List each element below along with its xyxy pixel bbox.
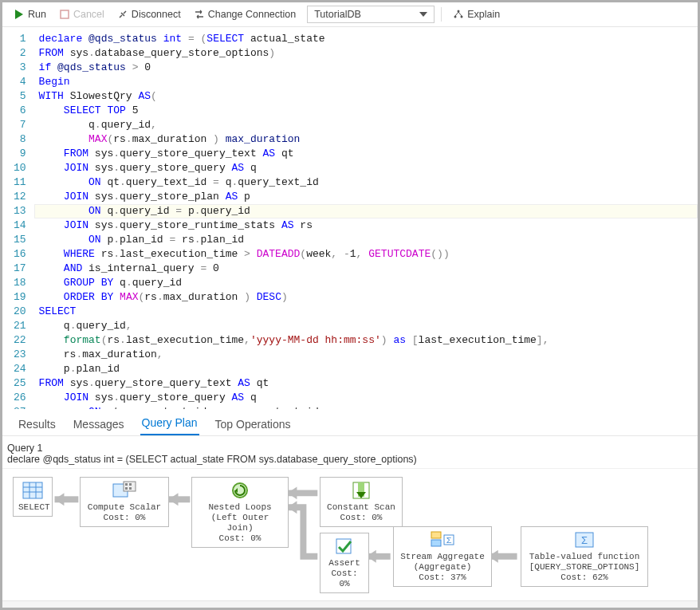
code-editor[interactable]: 1 2 3 4 5 6 7 8 9 10 11 12 13 14 15 16 1… <box>2 27 698 409</box>
tab-messages[interactable]: Messages <box>72 413 126 435</box>
plan-node-constant-scan[interactable]: Constant Scan Cost: 0% <box>320 477 403 527</box>
stream-aggregate-icon: Σ <box>431 530 454 549</box>
code-line[interactable]: SELECT <box>34 305 698 319</box>
tab-results[interactable]: Results <box>17 413 57 435</box>
code-line[interactable]: FROM sys.query_store_query_text AS qt <box>34 376 698 391</box>
change-connection-button[interactable]: Change Connection <box>189 7 301 22</box>
code-line[interactable]: FROM sys.query_store_query_text AS qt <box>34 147 698 161</box>
svg-rect-1 <box>61 10 69 18</box>
explain-button[interactable]: Explain <box>448 7 505 22</box>
plan-node-table-valued-function[interactable]: Σ Table-valued function [QUERY_STORE_OPT… <box>521 526 648 587</box>
query-title: Query 1 <box>7 443 693 454</box>
separator <box>441 7 442 22</box>
svg-marker-0 <box>15 10 23 19</box>
disconnect-button[interactable]: Disconnect <box>112 7 186 22</box>
stop-icon <box>59 9 70 20</box>
code-line[interactable]: ON qt.query_text_id = q.query_text_id <box>34 405 698 409</box>
plan-node-nested-loops[interactable]: Nested Loops (Left Outer Join) Cost: 0% <box>191 477 289 548</box>
svg-marker-8 <box>169 493 179 506</box>
svg-text:Σ: Σ <box>446 536 452 545</box>
tab-top-operations[interactable]: Top Operations <box>214 413 293 435</box>
code-line[interactable]: declare @qds_status int = (SELECT actual… <box>34 32 698 46</box>
code-line[interactable]: MAX(rs.max_duration ) max_duration <box>34 132 698 147</box>
code-line[interactable]: GROUP BY q.query_id <box>34 276 698 290</box>
code-line[interactable]: AND is_internal_query = 0 <box>34 262 698 276</box>
nested-loops-icon <box>229 481 251 500</box>
disconnect-label: Disconnect <box>132 9 181 20</box>
code-line[interactable]: WHERE rs.last_execution_time > DATEADD(w… <box>34 247 698 262</box>
result-tabs: Results Messages Query Plan Top Operatio… <box>2 409 698 436</box>
plan-node-compute-scalar[interactable]: Compute Scalar Cost: 0% <box>80 477 169 527</box>
footer-bar <box>2 600 698 608</box>
play-icon <box>14 9 25 20</box>
change-connection-icon <box>194 9 205 20</box>
svg-rect-33 <box>431 532 441 538</box>
code-line[interactable]: rs.max_duration, <box>34 348 698 362</box>
explain-icon <box>453 9 464 20</box>
code-line[interactable]: WITH SlowestQry AS( <box>34 89 698 104</box>
code-line[interactable]: q.query_id, <box>34 118 698 132</box>
database-selected: TutorialDB <box>314 9 361 20</box>
cancel-label: Cancel <box>73 9 104 20</box>
svg-marker-11 <box>288 501 297 514</box>
code-line[interactable]: if @qds_status > 0 <box>34 61 698 75</box>
code-line[interactable]: JOIN sys.query_store_query AS q <box>34 391 698 405</box>
svg-rect-24 <box>129 483 132 486</box>
cancel-button: Cancel <box>54 7 109 22</box>
run-button[interactable]: Run <box>9 7 51 22</box>
code-line[interactable]: JOIN sys.query_store_query AS q <box>34 161 698 175</box>
explain-label: Explain <box>467 9 500 20</box>
plan-node-assert[interactable]: Assert Cost: 0% <box>320 533 369 593</box>
svg-rect-26 <box>129 487 132 490</box>
code-content[interactable]: declare @qds_status int = (SELECT actual… <box>34 27 698 409</box>
svg-rect-25 <box>125 487 128 490</box>
plan-node-stream-aggregate[interactable]: Σ Stream Aggregate (Aggregate) Cost: 37% <box>393 526 492 587</box>
constant-scan-icon <box>350 481 372 500</box>
code-line[interactable]: JOIN sys.query_store_runtime_stats AS rs <box>34 218 698 233</box>
code-line[interactable]: ON q.query_id = p.query_id <box>34 204 698 218</box>
code-line[interactable]: p.plan_id <box>34 362 698 376</box>
svg-rect-23 <box>125 483 128 486</box>
query-text: declare @qds_status int = (SELECT actual… <box>7 454 693 465</box>
svg-rect-22 <box>124 482 136 491</box>
tvf-icon: Σ <box>573 530 596 549</box>
code-line[interactable]: ON qt.query_text_id = q.query_text_id <box>34 175 698 190</box>
code-line[interactable]: Begin <box>34 75 698 89</box>
disconnect-icon <box>117 9 128 20</box>
code-line[interactable]: FROM sys.database_query_store_options) <box>34 46 698 61</box>
query-header: Query 1 declare @qds_status int = (SELEC… <box>2 436 698 469</box>
code-line[interactable]: ON p.plan_id = rs.plan_id <box>34 233 698 247</box>
code-line[interactable]: q.query_id, <box>34 319 698 333</box>
svg-text:Σ: Σ <box>581 535 588 547</box>
assert-icon <box>333 537 356 556</box>
code-line[interactable]: JOIN sys.query_store_plan AS p <box>34 190 698 204</box>
plan-node-select[interactable]: SELECT <box>13 477 53 517</box>
svg-marker-10 <box>288 486 297 499</box>
select-icon <box>22 481 44 500</box>
change-connection-label: Change Connection <box>208 9 297 20</box>
tab-query-plan[interactable]: Query Plan <box>140 411 199 435</box>
svg-rect-34 <box>431 540 441 546</box>
code-line[interactable]: ORDER BY MAX(rs.max_duration ) DESC) <box>34 290 698 305</box>
run-label: Run <box>28 9 46 20</box>
compute-scalar-icon <box>112 481 136 500</box>
toolbar: Run Cancel Disconnect Change Connection … <box>2 2 698 27</box>
svg-marker-6 <box>55 493 65 506</box>
database-select[interactable]: TutorialDB <box>307 6 435 23</box>
code-line[interactable]: format(rs.last_execution_time,'yyyy-MM-d… <box>34 333 698 348</box>
code-line[interactable]: SELECT TOP 5 <box>34 104 698 118</box>
chevron-down-icon <box>419 12 427 17</box>
svg-rect-16 <box>23 482 42 498</box>
query-plan-area[interactable]: SELECT Compute Scalar Cost: 0% Nested Lo… <box>2 469 698 600</box>
line-gutter: 1 2 3 4 5 6 7 8 9 10 11 12 13 14 15 16 1… <box>2 27 34 409</box>
